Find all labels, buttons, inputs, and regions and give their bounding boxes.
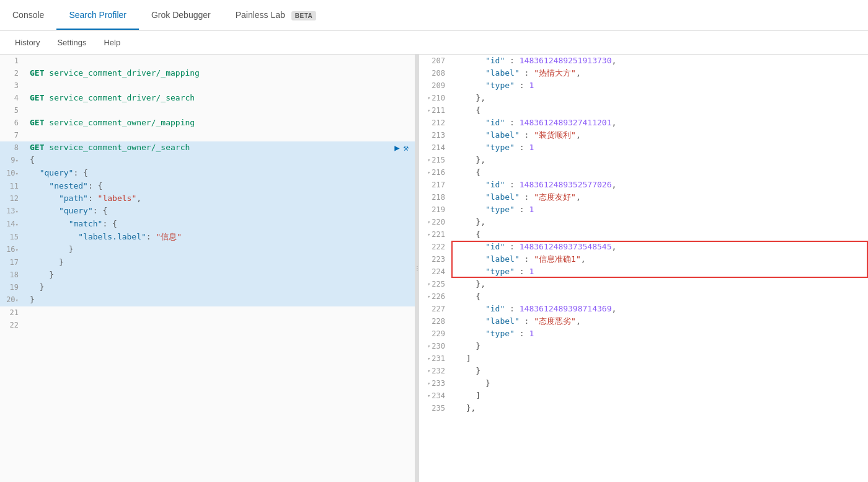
tab-painless-lab[interactable]: Painless Lab BETA (223, 1, 329, 30)
response-line-228: 228 "label" : "态度恶劣", (419, 315, 868, 328)
editor-line-9: 9▾ { (0, 154, 415, 167)
nav-settings[interactable]: Settings (48, 33, 95, 52)
response-line-232: ▾232 } (419, 365, 868, 377)
response-line-224: 224 "type" : 1 (419, 266, 868, 278)
editor-line-3: 3 (0, 79, 415, 92)
response-line-217: 217 "id" : 1483612489352577026, (419, 179, 868, 191)
response-line-209: 209 "type" : 1 (419, 79, 868, 92)
response-line-219: 219 "type" : 1 (419, 203, 868, 216)
response-line-208: 208 "label" : "热情大方", (419, 67, 868, 79)
response-line-216: ▾216 { (419, 166, 868, 179)
editor-line-22: 22 (0, 319, 415, 331)
painless-lab-tab-label: Painless Lab (236, 10, 285, 20)
response-line-229: 229 "type" : 1 (419, 328, 868, 340)
editor-line-19: 19 } (0, 281, 415, 293)
response-line-221: ▾221 { (419, 228, 868, 241)
editor-line-14: 14▾ "match": { (0, 218, 415, 231)
editor-line-13: 13▾ "query": { (0, 205, 415, 218)
response-pane[interactable]: 207 "id" : 1483612489251913730, 208 "lab… (419, 55, 868, 482)
response-line-223: 223 "label" : "信息准确1", (419, 253, 868, 266)
response-line-226: ▾226 { (419, 290, 868, 303)
response-line-225: ▾225 }, (419, 278, 868, 290)
editor-line-10: 10▾ "query": { (0, 167, 415, 180)
editor-line-21: 21 (0, 306, 415, 319)
tab-search-profiler[interactable]: Search Profiler (56, 1, 139, 30)
tab-console[interactable]: Console (0, 1, 56, 30)
editor-line-8: 8 GET service_comment_owner/_search ▶ ⚒ (0, 141, 415, 154)
response-line-215: ▾215 }, (419, 154, 868, 166)
editor-line-6: 6 GET service_comment_owner/_mapping (0, 117, 415, 129)
response-line-207: 207 "id" : 1483612489251913730, (419, 55, 868, 67)
response-line-213: 213 "label" : "装货顺利", (419, 129, 868, 141)
editor-line-5: 5 (0, 104, 415, 117)
editor-line-1: 1 (0, 55, 415, 67)
run-icon[interactable]: ▶ (394, 141, 399, 154)
editor-line-18: 18 } (0, 269, 415, 281)
response-line-220: ▾220 }, (419, 216, 868, 228)
editor-line-11: 11 "nested": { (0, 180, 415, 192)
editor-line-20: 20▾ } (0, 293, 415, 306)
top-nav: Console Search Profiler Grok Debugger Pa… (0, 0, 868, 31)
tab-grok-debugger[interactable]: Grok Debugger (139, 1, 223, 30)
editor-pane[interactable]: 1 2 GET service_comment_driver/_mapping … (0, 55, 415, 482)
secondary-nav: History Settings Help (0, 31, 868, 55)
line-actions: ▶ ⚒ (394, 141, 415, 154)
editor-line-4: 4 GET service_comment_driver/_search (0, 92, 415, 104)
grok-debugger-tab-label: Grok Debugger (151, 10, 211, 20)
response-line-218: 218 "label" : "态度友好", (419, 191, 868, 203)
editor-line-16: 16▾ } (0, 243, 415, 256)
editor-line-12: 12 "path": "labels", (0, 192, 415, 205)
response-line-234: ▾234 ] (419, 390, 868, 402)
editor-line-15: 15 "labels.label": "信息" (0, 231, 415, 243)
console-tab-label: Console (12, 10, 44, 20)
beta-badge: BETA (291, 11, 316, 20)
response-line-235: 235 }, (419, 402, 868, 414)
red-highlight-block: 222 "id" : 1483612489373548545, 223 "lab… (419, 241, 868, 278)
nav-history[interactable]: History (6, 33, 48, 52)
response-line-233: ▾233 } (419, 377, 868, 390)
response-line-227: 227 "id" : 1483612489398714369, (419, 303, 868, 315)
copy-icon[interactable]: ⚒ (404, 141, 409, 154)
nav-help[interactable]: Help (95, 33, 129, 52)
response-line-231: ▾231 ] (419, 352, 868, 365)
editor-line-2: 2 GET service_comment_driver/_mapping (0, 67, 415, 79)
response-line-222: 222 "id" : 1483612489373548545, (419, 241, 868, 253)
editor-line-17: 17 } (0, 256, 415, 269)
response-line-230: ▾230 } (419, 340, 868, 352)
response-line-214: 214 "type" : 1 (419, 141, 868, 154)
response-line-210: ▾210 }, (419, 92, 868, 104)
response-line-212: 212 "id" : 1483612489327411201, (419, 117, 868, 129)
editor-line-7: 7 (0, 129, 415, 141)
response-line-211: ▾211 { (419, 104, 868, 117)
search-profiler-tab-label: Search Profiler (69, 10, 126, 20)
main-content: 1 2 GET service_comment_driver/_mapping … (0, 55, 868, 482)
